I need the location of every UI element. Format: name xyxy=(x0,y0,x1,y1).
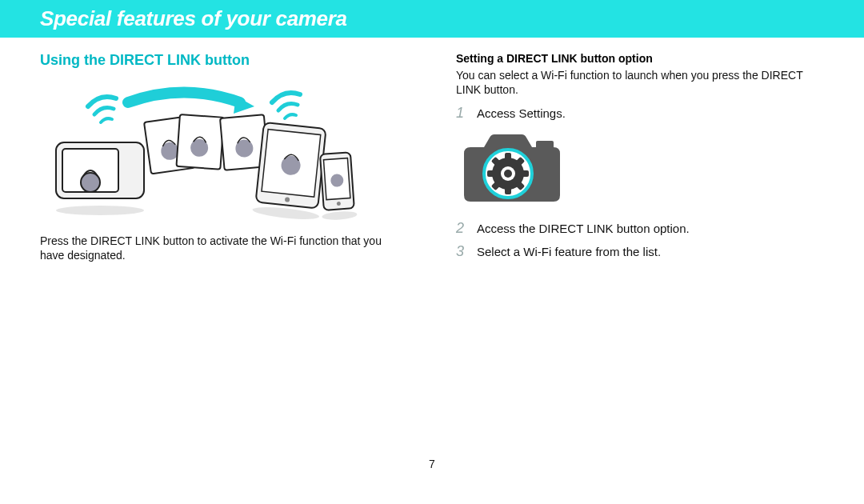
camera-settings-icon xyxy=(456,130,824,209)
step-text: Select a Wi-Fi feature from the list. xyxy=(477,243,661,258)
step-number: 2 xyxy=(456,220,469,237)
page-number: 7 xyxy=(429,458,435,470)
device-sharing-illustration xyxy=(40,78,360,222)
left-subtitle: Using the DIRECT LINK button xyxy=(40,52,408,69)
step-item: 1 Access Settings. xyxy=(456,105,824,122)
step-item: 2 Access the DIRECT LINK button option. xyxy=(456,220,824,237)
step-number: 1 xyxy=(456,105,469,122)
steps-list: 1 Access Settings. xyxy=(456,105,824,122)
right-column: Setting a DIRECT LINK button option You … xyxy=(456,52,824,270)
header-band: Special features of your camera xyxy=(0,0,864,38)
step-text: Access Settings. xyxy=(477,105,566,120)
svg-point-20 xyxy=(322,210,358,221)
manual-page: Special features of your camera Using th… xyxy=(0,0,864,504)
step-text: Access the DIRECT LINK button option. xyxy=(477,220,690,235)
svg-rect-26 xyxy=(505,186,511,194)
left-body-text: Press the DIRECT LINK button to activate… xyxy=(40,234,408,262)
right-body-text: You can select a Wi-Fi function to launc… xyxy=(456,68,824,97)
left-column: Using the DIRECT LINK button xyxy=(40,52,408,270)
svg-rect-25 xyxy=(505,153,511,161)
page-title: Special features of your camera xyxy=(40,6,864,31)
step-number: 3 xyxy=(456,243,469,260)
camera-gear-icon-svg xyxy=(456,130,568,206)
svg-rect-27 xyxy=(487,170,495,177)
sharing-illustration-svg xyxy=(40,78,360,222)
right-subtitle: Setting a DIRECT LINK button option xyxy=(456,52,824,65)
step-item: 3 Select a Wi-Fi feature from the list. xyxy=(456,243,824,260)
content-area: Using the DIRECT LINK button xyxy=(0,38,864,270)
svg-point-34 xyxy=(504,170,512,178)
steps-list-continued: 2 Access the DIRECT LINK button option. … xyxy=(456,220,824,260)
svg-point-4 xyxy=(56,206,144,215)
svg-rect-21 xyxy=(536,141,554,149)
svg-rect-28 xyxy=(521,170,529,177)
